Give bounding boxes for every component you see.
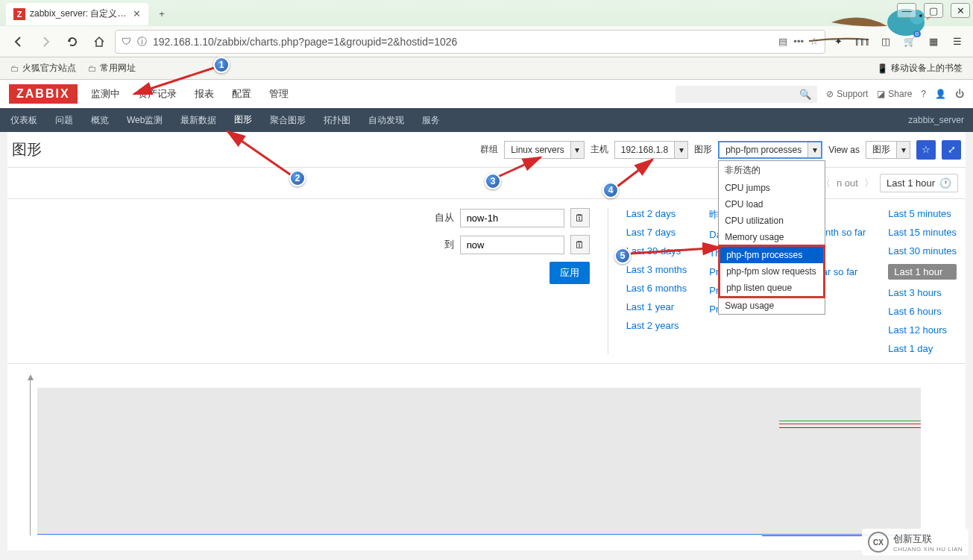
new-tab-button[interactable]: + bbox=[151, 4, 172, 25]
subnav-maps[interactable]: 拓扑图 bbox=[322, 108, 352, 133]
bookmark-item[interactable]: 🗀火狐官方站点 bbox=[10, 62, 76, 75]
logout-icon[interactable]: ⏻ bbox=[955, 89, 964, 99]
bookmarks-bar: 🗀火狐官方站点 🗀常用网址 📱移动设备上的书签 bbox=[0, 57, 973, 80]
dropdown-item[interactable]: 非所选的 bbox=[719, 161, 825, 180]
filter-host-label: 主机 bbox=[591, 143, 608, 156]
from-label: 自从 bbox=[432, 211, 454, 224]
search-input[interactable] bbox=[681, 89, 799, 100]
nav-admin[interactable]: 管理 bbox=[268, 80, 290, 108]
favorite-button[interactable]: ☆ bbox=[916, 140, 936, 160]
dropdown-item[interactable]: CPU utilization bbox=[719, 213, 825, 229]
apply-button[interactable]: 应用 bbox=[550, 262, 590, 284]
dropdown-highlight-box: php-fpm processes php-fpm slow requests … bbox=[718, 245, 825, 298]
support-link[interactable]: ⊘ Support bbox=[826, 89, 868, 99]
to-input[interactable] bbox=[460, 236, 564, 254]
extension-puzzle-icon[interactable]: ✦ bbox=[830, 34, 846, 50]
preset-link-active[interactable]: Last 1 hour bbox=[888, 264, 957, 280]
subnav-screens[interactable]: 聚合图形 bbox=[268, 108, 307, 133]
bookmark-mobile[interactable]: 📱移动设备上的书签 bbox=[877, 62, 963, 75]
preset-link[interactable]: Last 6 months bbox=[626, 283, 687, 294]
from-input[interactable] bbox=[460, 209, 564, 227]
filter-viewas-label: View as bbox=[828, 145, 860, 155]
calendar-icon[interactable]: 🗓 bbox=[570, 208, 590, 227]
minimize-button[interactable]: — bbox=[897, 3, 916, 18]
subnav-dashboard[interactable]: 仪表板 bbox=[9, 108, 39, 133]
dropdown-item[interactable]: Swap usage bbox=[719, 298, 825, 314]
annotation-badge-4: 4 bbox=[602, 182, 619, 198]
zoom-out-button[interactable]: n out bbox=[837, 177, 858, 189]
forward-button[interactable] bbox=[34, 31, 57, 53]
preset-link[interactable]: Last 6 hours bbox=[888, 306, 957, 317]
search-icon[interactable]: 🔍 bbox=[799, 89, 811, 100]
annotation-badge-2: 2 bbox=[289, 170, 306, 186]
sidebar-icon[interactable]: ◫ bbox=[878, 34, 894, 50]
close-window-button[interactable]: ✕ bbox=[951, 3, 970, 18]
download-cart-icon[interactable]: 🛒0 bbox=[901, 34, 918, 50]
extension-icon[interactable]: ▦ bbox=[925, 34, 942, 50]
dropdown-item[interactable]: php-fpm slow requests bbox=[720, 263, 823, 280]
bookmark-item[interactable]: 🗀常用网址 bbox=[88, 62, 136, 75]
subnav-web[interactable]: Web监测 bbox=[125, 108, 164, 133]
library-icon[interactable]: ⫿⫿⫿ bbox=[854, 34, 870, 50]
dropdown-item[interactable]: php listen queue bbox=[720, 280, 823, 296]
share-link[interactable]: ◪ Share bbox=[877, 89, 912, 99]
preset-link[interactable]: Last 2 years bbox=[626, 320, 687, 331]
search-box[interactable]: 🔍 bbox=[676, 86, 817, 103]
nav-monitoring[interactable]: 监测中 bbox=[89, 80, 122, 108]
page-header: 图形 群组 Linux servers ▾ 主机 192.168.1.8 ▾ 图… bbox=[7, 132, 966, 168]
reload-button[interactable] bbox=[61, 31, 84, 53]
subnav-services[interactable]: 服务 bbox=[421, 108, 441, 133]
filter-host-select[interactable]: 192.168.1.8 ▾ bbox=[614, 141, 688, 159]
preset-link[interactable]: Last 15 minutes bbox=[888, 227, 957, 238]
maximize-button[interactable]: ▢ bbox=[924, 3, 943, 18]
preset-link[interactable]: Last 30 minutes bbox=[888, 245, 957, 257]
nav-config[interactable]: 配置 bbox=[230, 80, 253, 108]
chart-series-green bbox=[779, 421, 921, 421]
subnav-latest[interactable]: 最新数据 bbox=[179, 108, 218, 133]
info-icon[interactable]: ⓘ bbox=[137, 35, 147, 48]
preset-link[interactable]: Last 7 days bbox=[626, 227, 687, 238]
subnav-discovery[interactable]: 自动发现 bbox=[367, 108, 406, 133]
filter-viewas-select[interactable]: 图形 ▾ bbox=[866, 141, 910, 159]
address-bar[interactable]: 🛡 ⓘ 192.168.1.10/zabbix/charts.php?page=… bbox=[115, 30, 825, 54]
dropdown-item-selected[interactable]: php-fpm processes bbox=[720, 247, 823, 263]
back-button[interactable] bbox=[7, 31, 30, 53]
subnav-overview[interactable]: 概览 bbox=[89, 108, 110, 133]
preset-link[interactable]: Last 2 days bbox=[626, 208, 687, 219]
preset-link[interactable]: Last 3 hours bbox=[888, 287, 957, 298]
dropdown-item[interactable]: Memory usage bbox=[719, 229, 825, 245]
preset-link[interactable]: Last 1 year bbox=[626, 301, 687, 312]
dropdown-item[interactable]: CPU jumps bbox=[719, 180, 825, 196]
shield-icon[interactable]: 🛡 bbox=[122, 36, 131, 47]
calendar-icon[interactable]: 🗓 bbox=[570, 235, 590, 254]
dropdown-item[interactable]: CPU load bbox=[719, 196, 825, 213]
window-controls: — ▢ ✕ bbox=[897, 3, 970, 18]
chart-plot bbox=[37, 388, 921, 535]
menu-icon[interactable]: ☰ bbox=[949, 34, 966, 50]
chart-series-darkred bbox=[779, 427, 921, 428]
filter-group-select[interactable]: Linux servers ▾ bbox=[504, 141, 584, 159]
filter-graph-select[interactable]: php-fpm processes ▾ 非所选的 CPU jumps CPU l… bbox=[718, 141, 822, 159]
chevron-right-icon[interactable]: 〉 bbox=[864, 177, 874, 190]
help-icon[interactable]: ? bbox=[921, 89, 926, 99]
clock-icon: 🕐 bbox=[939, 177, 951, 189]
subnav-problems[interactable]: 问题 bbox=[54, 108, 75, 133]
browser-tab-active[interactable]: Z zabbix_server: 自定义图表 [每 ✕ bbox=[6, 3, 148, 25]
nav-inventory[interactable]: 资产记录 bbox=[136, 80, 178, 108]
chart-canvas bbox=[30, 379, 943, 535]
time-range-button[interactable]: Last 1 hour 🕐 bbox=[880, 174, 958, 192]
subnav-graphs[interactable]: 图形 bbox=[233, 107, 254, 133]
preset-link[interactable]: Last 3 months bbox=[626, 264, 687, 275]
preset-link[interactable]: Last 12 hours bbox=[888, 324, 957, 336]
preset-link[interactable]: Last 30 days bbox=[626, 245, 687, 257]
chevron-down-icon: ▾ bbox=[807, 142, 821, 157]
zabbix-logo[interactable]: ZABBIX bbox=[9, 84, 78, 104]
user-icon[interactable]: 👤 bbox=[935, 89, 946, 99]
preset-link[interactable]: Last 1 day bbox=[888, 343, 957, 354]
fullscreen-button[interactable]: ⤢ bbox=[942, 140, 961, 160]
annotation-badge-3: 3 bbox=[485, 173, 501, 189]
home-button[interactable] bbox=[88, 31, 110, 53]
tab-close-icon[interactable]: ✕ bbox=[133, 8, 141, 19]
nav-reports[interactable]: 报表 bbox=[193, 80, 215, 108]
preset-link[interactable]: Last 5 minutes bbox=[888, 208, 957, 219]
